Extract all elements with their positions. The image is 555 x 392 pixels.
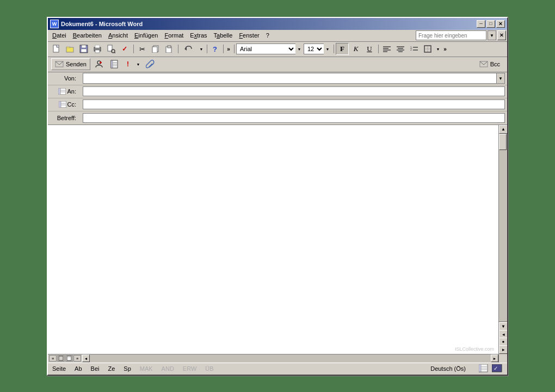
underline-button[interactable]: U — [363, 43, 376, 55]
search-area: ▼ ✕ — [416, 30, 506, 40]
preview-button[interactable] — [104, 43, 118, 55]
separator-2 — [176, 43, 180, 55]
align-left-button[interactable] — [380, 43, 393, 55]
cc-row: Cc: — [48, 98, 507, 111]
von-dropdown-button[interactable]: ▼ — [496, 73, 505, 84]
betreff-input[interactable] — [83, 113, 505, 123]
scroll-track-v[interactable] — [499, 134, 507, 321]
von-input-wrapper: ▼ — [83, 73, 505, 84]
svg-rect-0 — [53, 45, 59, 52]
status-icon-area: ✓ — [479, 364, 503, 373]
scroll-next-page-button[interactable]: ▸ — [499, 345, 507, 354]
scroll-track-h[interactable] — [90, 354, 491, 362]
von-row: Von: ▼ — [48, 72, 507, 85]
undo-dropdown-button[interactable]: ▼ — [198, 43, 205, 55]
svg-text:!: ! — [127, 60, 129, 68]
cc-input-wrapper — [83, 99, 505, 110]
an-input[interactable] — [83, 86, 505, 96]
svg-rect-46 — [59, 101, 61, 108]
align-center-button[interactable] — [394, 43, 407, 55]
svg-rect-50 — [67, 356, 71, 360]
numbering-button[interactable]: 1.2. — [408, 43, 421, 55]
seite-label: Seite — [52, 365, 66, 372]
menu-datei[interactable]: DDateiatei — [49, 31, 70, 40]
border-dropdown-button[interactable]: ▼ — [435, 43, 441, 55]
watermark: ISLCollective.com — [455, 346, 494, 352]
menu-help[interactable]: ? — [263, 31, 273, 40]
svg-rect-1 — [66, 47, 73, 52]
new-button[interactable] — [50, 43, 63, 55]
print-button[interactable] — [91, 43, 104, 55]
minimize-button[interactable]: ─ — [477, 20, 485, 28]
title-buttons: ─ □ ✕ — [477, 20, 505, 28]
an-label: An: — [48, 88, 81, 95]
status-bar: Seite Ab Bei Ze Sp MAK AND ERW ÜB Deutsc… — [48, 363, 507, 375]
send-button[interactable]: Senden — [51, 58, 90, 70]
importance-high-button[interactable]: ! — [123, 58, 136, 70]
separator-7 — [377, 43, 380, 55]
document-content[interactable]: ISLCollective.com — [48, 125, 498, 354]
svg-rect-2 — [66, 47, 70, 48]
open-button[interactable] — [64, 43, 77, 55]
attach-button[interactable] — [144, 58, 157, 70]
menu-extras[interactable]: Extras — [187, 31, 210, 40]
bei-label: Bei — [91, 365, 100, 372]
menu-ansicht[interactable]: Ansicht — [105, 31, 131, 40]
cut-button[interactable]: ✂ — [135, 43, 149, 55]
scroll-controls: ▼ ◂ ● ▸ — [499, 321, 507, 354]
svg-rect-49 — [59, 356, 63, 360]
menu-fenster[interactable]: Fenster — [236, 31, 262, 40]
app-icon: W — [50, 20, 59, 28]
search-dropdown-button[interactable]: ▼ — [488, 30, 496, 40]
font-size-select[interactable]: 12 — [304, 43, 324, 54]
page-view-button[interactable] — [65, 355, 73, 362]
font-select[interactable]: Arial — [236, 43, 296, 54]
search-close-button[interactable]: ✕ — [497, 30, 506, 40]
size-dropdown-button[interactable]: ▼ — [324, 43, 331, 55]
copy-button[interactable] — [149, 43, 162, 55]
cc-input[interactable] — [83, 99, 505, 109]
svg-rect-42 — [58, 88, 60, 95]
help-button[interactable]: ? — [209, 43, 221, 55]
scroll-up-button[interactable]: ▲ — [499, 125, 507, 134]
menu-bearbeiten[interactable]: Bearbeiten — [70, 31, 105, 40]
menu-bar: DDateiatei Bearbeiten Ansicht Einfügen F… — [48, 30, 507, 42]
paste-button[interactable] — [163, 43, 176, 55]
menu-einfuegen[interactable]: Einfügen — [131, 31, 161, 40]
menu-tabelle[interactable]: Tabelle — [211, 31, 236, 40]
close-button[interactable]: ✕ — [496, 20, 505, 28]
von-input[interactable] — [83, 73, 496, 84]
search-input[interactable] — [416, 30, 486, 40]
accounts-button[interactable] — [92, 58, 106, 70]
save-button[interactable] — [77, 43, 90, 55]
more-format-button[interactable]: » — [442, 43, 448, 55]
italic-button[interactable]: K — [349, 43, 362, 55]
font-dropdown-button[interactable]: ▼ — [295, 43, 303, 55]
spell-check-button[interactable]: ✓ — [118, 43, 131, 55]
betreff-label: Betreff: — [48, 115, 81, 121]
resize-corner — [498, 354, 507, 363]
svg-rect-8 — [95, 45, 100, 48]
scroll-thumb-v[interactable] — [499, 134, 507, 150]
menu-format[interactable]: Format — [161, 31, 187, 40]
outline-view-button[interactable]: ≡ — [73, 355, 81, 362]
bold-button[interactable]: F — [336, 43, 349, 55]
separator-4 — [221, 43, 225, 55]
restore-button[interactable]: □ — [486, 20, 495, 28]
more-button[interactable]: » — [225, 43, 232, 55]
status-check-icon: ✓ — [492, 364, 503, 373]
border-button[interactable] — [421, 43, 434, 55]
normal-view-button[interactable]: ≡ — [49, 355, 57, 362]
cc-label: Cc: — [48, 101, 81, 108]
main-toolbar: ✓ ✂ ▼ ? » Arial ▼ — [48, 42, 507, 57]
address-book-button[interactable] — [108, 58, 121, 70]
view-buttons: ≡ ≡ — [48, 355, 82, 362]
scroll-left-button[interactable]: ◄ — [82, 354, 90, 362]
svg-rect-15 — [168, 46, 171, 48]
web-view-button[interactable] — [57, 355, 65, 362]
status-dict-icon — [479, 364, 490, 373]
scroll-right-button[interactable]: ► — [491, 354, 498, 362]
bcc-button[interactable]: Bcc — [476, 58, 504, 70]
undo-button[interactable] — [180, 43, 198, 55]
cc-label-text: Cc: — [67, 101, 77, 108]
